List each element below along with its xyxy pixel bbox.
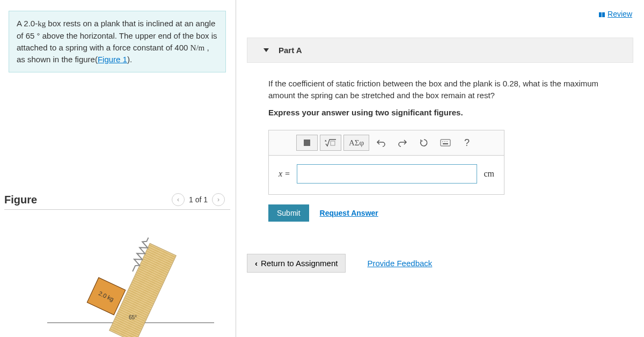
figure-diagram: 2.0 kg 65° (4, 221, 230, 337)
svg-point-4 (444, 141, 445, 142)
unit-label: cm (484, 169, 494, 179)
svg-point-3 (442, 141, 443, 142)
chevron-left-icon: ‹ (255, 259, 258, 268)
submit-button[interactable]: Submit (268, 204, 309, 222)
figure-title: Figure (4, 194, 37, 206)
review-icon (599, 10, 605, 19)
review-link[interactable]: Review (599, 10, 632, 19)
figure-counter: 1 of 1 (189, 195, 208, 204)
part-header[interactable]: Part A (247, 38, 633, 63)
svg-point-5 (447, 141, 448, 142)
undo-button[interactable] (370, 135, 392, 151)
svg-rect-6 (443, 143, 448, 144)
figure-link[interactable]: Figure 1 (98, 55, 127, 64)
figure-prev-button[interactable]: ‹ (172, 193, 185, 206)
part-title: Part A (279, 46, 302, 55)
feedback-link[interactable]: Provide Feedback (367, 259, 432, 268)
question-text: If the coefficient of static friction be… (268, 78, 623, 101)
answer-area: x ΑΣφ ? x = cm (268, 130, 504, 195)
svg-rect-2 (441, 140, 450, 146)
angle-label: 65° (129, 314, 137, 320)
svg-rect-1 (331, 141, 335, 145)
request-answer-link[interactable]: Request Answer (320, 209, 378, 217)
help-button[interactable]: ? (456, 135, 478, 151)
variable-label: x = (279, 169, 290, 179)
redo-button[interactable] (392, 135, 413, 151)
template-button[interactable] (296, 135, 318, 151)
answer-input[interactable] (297, 164, 478, 184)
return-button[interactable]: ‹ Return to Assignment (247, 254, 346, 273)
keyboard-button[interactable] (435, 135, 456, 151)
svg-text:x: x (325, 138, 327, 143)
figure-next-button[interactable]: › (212, 193, 225, 206)
question-instruction: Express your answer using two significan… (268, 107, 623, 119)
greek-button[interactable]: ΑΣφ (343, 135, 369, 151)
collapse-icon (264, 48, 269, 52)
problem-statement: A 2.0-kg box rests on a plank that is in… (9, 11, 226, 72)
math-root-button[interactable]: x (320, 135, 341, 151)
reset-button[interactable] (413, 135, 435, 151)
